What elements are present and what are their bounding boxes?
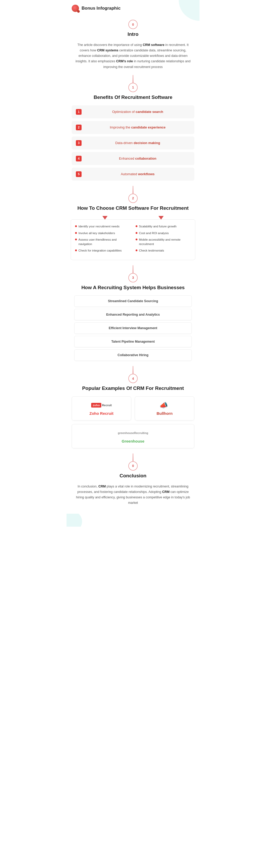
choose-item-2: Involve all key stakeholders <box>75 231 130 236</box>
page-wrapper: Bonus Infographic 0 Intro The article di… <box>66 0 200 537</box>
zoho-recruit-label: Recruit <box>102 404 112 407</box>
intro-title: Intro <box>72 31 194 38</box>
helps-item-3: Efficient Interview Management <box>74 322 192 334</box>
choose-list-left: Identify your recruitment needs Involve … <box>75 224 130 253</box>
benefit-num-4: 4 <box>76 156 82 161</box>
choose-item-8: Check testimonials <box>136 248 191 253</box>
choose-step-circle: 2 <box>128 194 138 203</box>
helps-step-connector: 3 <box>66 265 200 282</box>
bullet-7 <box>136 239 138 240</box>
greenhouse-logo-text: greenhouseRecruiting <box>118 431 148 435</box>
intro-text: The article discovers the importance of … <box>74 42 192 70</box>
choose-container: Identify your recruitment needs Involve … <box>71 219 195 260</box>
helps-item-4: Talent Pipeline Management <box>74 336 192 347</box>
helps-step-circle: 3 <box>128 273 138 282</box>
step-line-5 <box>133 454 133 461</box>
conclusion-step-connector: 0 <box>66 454 200 471</box>
benefits-title: Benefits Of Recruitment Software <box>72 94 194 101</box>
choose-list-right: Scalability and future growth Cost and R… <box>136 224 191 253</box>
helps-item-1: Streamlined Candidate Sourcing <box>74 296 192 307</box>
helps-list: Streamlined Candidate Sourcing Enhanced … <box>66 296 200 361</box>
choose-item-3: Assess user-friendliness and navigation <box>75 238 130 247</box>
benefit-item-1: 1 Optimization of candidate search <box>72 105 194 118</box>
choose-cols: Identify your recruitment needs Involve … <box>71 220 195 259</box>
benefits-list: 1 Optimization of candidate search 2 Imp… <box>66 105 200 181</box>
helps-item-2: Enhanced Reporting and Analytics <box>74 309 192 320</box>
benefit-text-3: Data-driven decision making <box>85 141 190 145</box>
step-line-2 <box>133 186 133 194</box>
step-line-4 <box>133 366 133 374</box>
choose-item-5: Scalability and future growth <box>136 224 191 229</box>
intro-step-circle: 0 <box>128 20 138 29</box>
svg-text:📣: 📣 <box>159 401 168 409</box>
examples-step-connector: 4 <box>66 366 200 383</box>
benefit-item-5: 5 Automated workflows <box>72 168 194 181</box>
down-arrow-left <box>102 216 108 220</box>
benefit-item-2: 2 Improving the candidate experience <box>72 121 194 134</box>
down-arrow-right <box>158 216 164 220</box>
benefit-num-2: 2 <box>76 125 82 130</box>
benefit-text-4: Enhanced collaboration <box>85 157 190 160</box>
zoho-name: Zoho Recruit <box>89 411 114 415</box>
bullet-3 <box>75 239 77 240</box>
step-line-3 <box>133 265 133 273</box>
choose-arrows <box>66 216 200 220</box>
benefit-item-4: 4 Enhanced collaboration <box>72 152 194 165</box>
bullet-4 <box>75 249 77 251</box>
examples-grid: zoho Recruit Zoho Recruit 📣 Bullhorn <box>66 396 200 421</box>
zoho-logo-container: zoho Recruit <box>91 401 112 409</box>
example-card-greenhouse: greenhouseRecruiting Greenhouse <box>72 424 194 448</box>
bullhorn-logo-container: 📣 <box>159 401 170 409</box>
intro-bold-2: CRM systems <box>97 49 118 52</box>
choose-col-right: Scalability and future growth Cost and R… <box>136 224 191 255</box>
choose-col-left: Identify your recruitment needs Involve … <box>75 224 130 255</box>
choose-title: How To Choose CRM Software For Recruitme… <box>72 205 194 212</box>
examples-step-circle: 4 <box>128 374 138 383</box>
conclusion-bold-1: CRM <box>98 485 106 488</box>
greenhouse-logo-bold: greenhouse <box>118 431 134 435</box>
greenhouse-logo-container: greenhouseRecruiting <box>118 429 148 437</box>
teal-decoration <box>179 0 200 21</box>
bullet-6 <box>136 232 138 234</box>
benefit-item-3: 3 Data-driven decision making <box>72 136 194 150</box>
examples-title: Popular Examples Of CRM For Recruitment <box>72 385 194 392</box>
intro-step-connector: 0 <box>66 20 200 29</box>
choose-step-connector: 2 <box>66 186 200 203</box>
bullhorn-icon: 📣 <box>159 401 170 409</box>
benefits-step-circle: 1 <box>128 83 138 92</box>
header-title: Bonus Infographic <box>82 6 121 11</box>
bottom-decoration <box>66 514 200 527</box>
benefits-step-connector: 1 <box>66 75 200 92</box>
benefit-num-5: 5 <box>76 171 82 177</box>
benefit-num-3: 3 <box>76 140 82 146</box>
conclusion-bold-2: CRM <box>162 490 169 494</box>
helps-item-5: Collaborative Hiring <box>74 349 192 361</box>
helps-title: How A Recruiting System Helps Businesses <box>72 284 194 291</box>
benefit-num-1: 1 <box>76 109 82 115</box>
conclusion-step-circle: 0 <box>128 461 138 471</box>
logo-icon <box>72 5 79 12</box>
benefit-text-1: Optimization of candidate search <box>85 110 190 114</box>
greenhouse-name: Greenhouse <box>122 439 144 443</box>
bullet-5 <box>136 225 138 227</box>
step-line-1 <box>133 75 133 83</box>
example-card-zoho: zoho Recruit Zoho Recruit <box>72 396 131 421</box>
choose-item-7: Mobile accessibility and remote recruitm… <box>136 238 191 247</box>
conclusion-text: In conclusion, CRM plays a vital role in… <box>74 484 192 506</box>
intro-bold-1: CRM software <box>143 43 165 47</box>
benefit-text-5: Automated workflows <box>85 172 190 176</box>
bullet-2 <box>75 232 77 234</box>
choose-item-4: Check for integration capabilities <box>75 248 130 253</box>
example-card-bullhorn: 📣 Bullhorn <box>135 396 194 421</box>
bullet-1 <box>75 225 77 227</box>
benefit-text-2: Improving the candidate experience <box>85 125 190 129</box>
conclusion-title: Conclusion <box>72 473 194 479</box>
zoho-logo-badge: zoho <box>91 403 101 407</box>
header: Bonus Infographic <box>66 0 200 14</box>
intro-bold-3: CRM's role <box>116 59 133 63</box>
choose-item-1: Identify your recruitment needs <box>75 224 130 229</box>
choose-item-6: Cost and ROI analysis <box>136 231 191 236</box>
teal-circle-left <box>66 514 82 527</box>
bullhorn-name: Bullhorn <box>157 411 173 415</box>
bullet-8 <box>136 249 138 251</box>
